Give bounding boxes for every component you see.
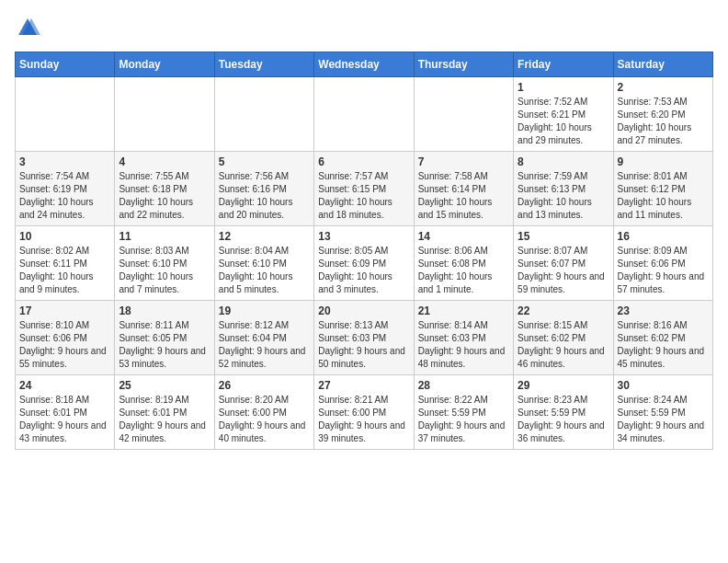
day-info: Sunrise: 8:15 AM Sunset: 6:02 PM Dayligh… [518,319,609,371]
day-number: 30 [618,379,709,392]
day-number: 6 [318,155,409,168]
day-info: Sunrise: 8:24 AM Sunset: 5:59 PM Dayligh… [618,394,709,445]
calendar-week-3: 10Sunrise: 8:02 AM Sunset: 6:11 PM Dayli… [16,226,713,301]
calendar-cell: 4Sunrise: 7:55 AM Sunset: 6:18 PM Daylig… [115,152,214,226]
calendar-cell: 14Sunrise: 8:06 AM Sunset: 6:08 PM Dayli… [414,226,513,301]
day-number: 10 [19,230,110,243]
day-info: Sunrise: 8:05 AM Sunset: 6:09 PM Dayligh… [318,245,409,296]
day-info: Sunrise: 7:52 AM Sunset: 6:21 PM Dayligh… [518,96,609,147]
day-info: Sunrise: 8:03 AM Sunset: 6:10 PM Dayligh… [119,245,210,296]
day-number: 13 [318,230,409,243]
day-header-sunday: Sunday [16,52,115,77]
calendar-cell: 1Sunrise: 7:52 AM Sunset: 6:21 PM Daylig… [514,77,613,152]
calendar-cell: 6Sunrise: 7:57 AM Sunset: 6:15 PM Daylig… [314,152,414,226]
day-number: 16 [618,230,709,243]
calendar-cell: 24Sunrise: 8:18 AM Sunset: 6:01 PM Dayli… [16,375,115,450]
calendar-cell: 18Sunrise: 8:11 AM Sunset: 6:05 PM Dayli… [115,301,214,375]
day-info: Sunrise: 8:21 AM Sunset: 6:00 PM Dayligh… [318,394,409,445]
day-number: 19 [219,304,310,317]
day-header-saturday: Saturday [613,52,712,77]
day-number: 27 [318,379,409,392]
calendar-cell: 26Sunrise: 8:20 AM Sunset: 6:00 PM Dayli… [214,375,313,450]
calendar-cell: 13Sunrise: 8:05 AM Sunset: 6:09 PM Dayli… [314,226,414,301]
logo-icon [15,15,40,40]
day-number: 21 [418,304,509,317]
day-info: Sunrise: 8:18 AM Sunset: 6:01 PM Dayligh… [19,394,110,445]
calendar-week-1: 1Sunrise: 7:52 AM Sunset: 6:21 PM Daylig… [16,77,713,152]
day-header-wednesday: Wednesday [314,52,414,77]
day-info: Sunrise: 7:53 AM Sunset: 6:20 PM Dayligh… [618,96,709,147]
day-info: Sunrise: 7:54 AM Sunset: 6:19 PM Dayligh… [19,170,110,222]
calendar-week-4: 17Sunrise: 8:10 AM Sunset: 6:06 PM Dayli… [16,301,713,375]
day-info: Sunrise: 7:59 AM Sunset: 6:13 PM Dayligh… [518,170,609,222]
calendar-cell: 8Sunrise: 7:59 AM Sunset: 6:13 PM Daylig… [514,152,613,226]
day-number: 29 [518,379,609,392]
calendar-cell: 15Sunrise: 8:07 AM Sunset: 6:07 PM Dayli… [514,226,613,301]
day-number: 5 [219,155,310,168]
day-header-tuesday: Tuesday [214,52,313,77]
day-info: Sunrise: 8:02 AM Sunset: 6:11 PM Dayligh… [19,245,110,296]
calendar-table: SundayMondayTuesdayWednesdayThursdayFrid… [15,52,713,450]
calendar-cell [414,77,513,152]
day-number: 23 [618,304,709,317]
day-number: 20 [318,304,409,317]
day-info: Sunrise: 8:11 AM Sunset: 6:05 PM Dayligh… [119,319,210,371]
day-info: Sunrise: 8:14 AM Sunset: 6:03 PM Dayligh… [418,319,509,371]
logo [15,15,44,40]
day-info: Sunrise: 8:07 AM Sunset: 6:07 PM Dayligh… [518,245,609,296]
calendar-cell [214,77,313,152]
header [15,15,713,40]
day-number: 15 [518,230,609,243]
day-info: Sunrise: 8:01 AM Sunset: 6:12 PM Dayligh… [618,170,709,222]
day-number: 14 [418,230,509,243]
day-number: 28 [418,379,509,392]
day-info: Sunrise: 8:04 AM Sunset: 6:10 PM Dayligh… [219,245,310,296]
calendar-cell: 3Sunrise: 7:54 AM Sunset: 6:19 PM Daylig… [16,152,115,226]
calendar-cell: 22Sunrise: 8:15 AM Sunset: 6:02 PM Dayli… [514,301,613,375]
day-number: 3 [19,155,110,168]
calendar-cell: 29Sunrise: 8:23 AM Sunset: 5:59 PM Dayli… [514,375,613,450]
calendar-cell: 25Sunrise: 8:19 AM Sunset: 6:01 PM Dayli… [115,375,214,450]
day-number: 7 [418,155,509,168]
day-number: 17 [19,304,110,317]
day-header-monday: Monday [115,52,214,77]
calendar-cell: 12Sunrise: 8:04 AM Sunset: 6:10 PM Dayli… [214,226,313,301]
day-info: Sunrise: 8:22 AM Sunset: 5:59 PM Dayligh… [418,394,509,445]
calendar-cell [115,77,214,152]
day-info: Sunrise: 7:58 AM Sunset: 6:14 PM Dayligh… [418,170,509,222]
day-info: Sunrise: 7:56 AM Sunset: 6:16 PM Dayligh… [219,170,310,222]
calendar-cell: 23Sunrise: 8:16 AM Sunset: 6:02 PM Dayli… [613,301,712,375]
day-number: 18 [119,304,210,317]
day-number: 8 [518,155,609,168]
day-info: Sunrise: 8:13 AM Sunset: 6:03 PM Dayligh… [318,319,409,371]
day-info: Sunrise: 8:10 AM Sunset: 6:06 PM Dayligh… [19,319,110,371]
calendar-cell: 16Sunrise: 8:09 AM Sunset: 6:06 PM Dayli… [613,226,712,301]
calendar-week-2: 3Sunrise: 7:54 AM Sunset: 6:19 PM Daylig… [16,152,713,226]
day-number: 11 [119,230,210,243]
day-info: Sunrise: 8:19 AM Sunset: 6:01 PM Dayligh… [119,394,210,445]
calendar-week-5: 24Sunrise: 8:18 AM Sunset: 6:01 PM Dayli… [16,375,713,450]
day-number: 1 [518,81,609,94]
day-info: Sunrise: 8:06 AM Sunset: 6:08 PM Dayligh… [418,245,509,296]
day-info: Sunrise: 7:55 AM Sunset: 6:18 PM Dayligh… [119,170,210,222]
calendar-cell: 21Sunrise: 8:14 AM Sunset: 6:03 PM Dayli… [414,301,513,375]
day-number: 4 [119,155,210,168]
calendar-cell: 30Sunrise: 8:24 AM Sunset: 5:59 PM Dayli… [613,375,712,450]
day-info: Sunrise: 8:09 AM Sunset: 6:06 PM Dayligh… [618,245,709,296]
day-number: 22 [518,304,609,317]
calendar-cell: 19Sunrise: 8:12 AM Sunset: 6:04 PM Dayli… [214,301,313,375]
day-number: 12 [219,230,310,243]
day-info: Sunrise: 8:12 AM Sunset: 6:04 PM Dayligh… [219,319,310,371]
calendar-cell: 7Sunrise: 7:58 AM Sunset: 6:14 PM Daylig… [414,152,513,226]
calendar-cell: 9Sunrise: 8:01 AM Sunset: 6:12 PM Daylig… [613,152,712,226]
day-header-friday: Friday [514,52,613,77]
day-number: 9 [618,155,709,168]
calendar-cell: 28Sunrise: 8:22 AM Sunset: 5:59 PM Dayli… [414,375,513,450]
calendar-cell: 11Sunrise: 8:03 AM Sunset: 6:10 PM Dayli… [115,226,214,301]
calendar-cell [314,77,414,152]
calendar-cell: 2Sunrise: 7:53 AM Sunset: 6:20 PM Daylig… [613,77,712,152]
day-info: Sunrise: 8:20 AM Sunset: 6:00 PM Dayligh… [219,394,310,445]
header-row: SundayMondayTuesdayWednesdayThursdayFrid… [16,52,713,77]
day-number: 26 [219,379,310,392]
calendar-cell: 5Sunrise: 7:56 AM Sunset: 6:16 PM Daylig… [214,152,313,226]
